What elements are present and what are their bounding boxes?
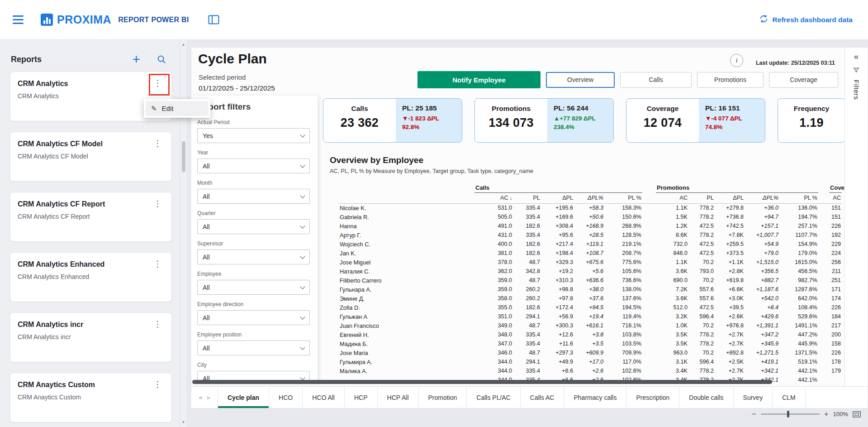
notify-employee-button[interactable]: Notify Employee <box>417 71 541 88</box>
column-header-calls-ac[interactable]: AC↓ <box>474 192 513 203</box>
table-cell: 260.2 <box>513 285 541 294</box>
table-row[interactable]: Jose Maria346.048.7+297.3+609.9709.9%963… <box>339 348 842 357</box>
column-spacer <box>642 230 656 240</box>
zoom-slider[interactable] <box>761 413 820 415</box>
table-cell: 344.0 <box>474 366 513 375</box>
sheet-nav-prev[interactable]: ◃ <box>199 394 202 401</box>
table-row[interactable]: Эмине Д.358.0260.2+97.8+37.6137.6%3.6K55… <box>339 294 842 303</box>
filter-dropdown[interactable]: All <box>197 249 310 264</box>
table-cell: +39.5 <box>715 303 745 312</box>
info-button[interactable]: i <box>730 54 743 67</box>
employee-name: Filiberto Carrero <box>339 276 474 285</box>
column-header-calls-pl[interactable]: ΔPL <box>541 192 574 203</box>
table-row[interactable]: Наталия С.362.0342.8+19.2+5.6105.6%3.6K7… <box>339 267 842 276</box>
table-row[interactable]: Гульжан А351.0294.1+56.9+19.4119.4%3.2K5… <box>339 312 842 321</box>
context-menu-item-edit[interactable]: ✎ Edit <box>146 101 209 116</box>
column-header-calls-pl[interactable]: PL <box>513 192 541 203</box>
filter-dropdown[interactable]: All <box>197 280 310 295</box>
report-card[interactable]: CRM Analytics CF ReportCRM Analytics CF … <box>10 192 172 242</box>
sheet-nav-next[interactable]: ▹ <box>208 394 211 401</box>
search-button[interactable] <box>157 54 166 64</box>
sheet-tab-prescription[interactable]: Prescription <box>626 387 679 408</box>
table-row[interactable]: Гульмира А.344.0294.1+49.9+17.0117.0%3.1… <box>339 357 842 366</box>
column-header-promotions-ac[interactable]: AC <box>656 192 688 203</box>
column-header-promotions-pl[interactable]: PL <box>688 192 715 203</box>
table-row[interactable]: Артур Г.431.0335.4+95.6+28.5128.5%8.6K77… <box>339 230 842 240</box>
sheet-tab-hcp-all[interactable]: HCP All <box>378 387 419 408</box>
view-tab-overview[interactable]: Overview <box>546 72 615 88</box>
report-card[interactable]: CRM Analytics CF ModelCRM Analytics CF M… <box>10 132 172 182</box>
view-tab-coverage[interactable]: Coverage <box>769 72 838 88</box>
scroll-up-button[interactable]: ▲ <box>180 43 186 47</box>
view-tab-promotions[interactable]: Promotions <box>697 72 764 88</box>
horizontal-scrollbar[interactable] <box>192 380 772 384</box>
report-menu-button[interactable]: ⋮ <box>150 257 165 270</box>
column-header-coverage-ac[interactable]: AC <box>829 192 842 203</box>
view-tab-calls[interactable]: Calls <box>620 72 692 88</box>
refresh-button[interactable]: Refresh dashboard data <box>759 14 853 25</box>
sheet-tab-promotion[interactable]: Promotion <box>419 387 467 408</box>
report-menu-button[interactable]: ⋮ <box>150 197 165 210</box>
menu-button[interactable] <box>13 15 24 24</box>
sheet-tab-calls-ac[interactable]: Calls AC <box>521 387 564 408</box>
table-cell: +108.7 <box>574 249 604 258</box>
scroll-down-button[interactable]: ▼ <box>180 420 186 424</box>
table-row[interactable]: Jan K.381.0182.6+198.4+108.7208.7%846.04… <box>339 249 842 258</box>
table-row[interactable]: Малика А.344.0335.4+8.6+2.6102.6%3.4K778… <box>339 366 842 375</box>
sidebar-scrollbar[interactable]: ▲ ▼ <box>180 40 186 427</box>
expand-filters-button[interactable]: « <box>854 52 859 61</box>
report-menu-button[interactable]: ⋮ <box>150 317 165 331</box>
sheet-tab-hco[interactable]: HCO <box>269 387 303 408</box>
report-menu-button[interactable]: ⋮ <box>150 137 165 150</box>
filter-dropdown[interactable]: All <box>197 189 310 204</box>
table-row[interactable]: Zofia D.355.0182.6+172.4+94.5194.5%512.0… <box>339 303 842 312</box>
filter-value: All <box>203 254 210 261</box>
column-header-calls-pl[interactable]: ΔPL% <box>574 192 604 203</box>
table-cell: +6.6K <box>715 285 745 294</box>
fit-to-page-button[interactable] <box>853 411 861 417</box>
table-row[interactable]: Wojciech C.400.0182.6+217.4+119.1219.1%7… <box>339 240 842 249</box>
table-row[interactable]: Filiberto Carrero359.048.7+310.3+636.673… <box>339 276 842 285</box>
report-card[interactable]: CRM Analytics EnhancedCRM Analytics Enha… <box>10 252 172 302</box>
table-row[interactable]: Juan Francisco349.048.7+300.3+616.1716.1… <box>339 321 842 330</box>
sheet-tab-hco-all[interactable]: HCO All <box>303 387 345 408</box>
table-cell: 351.0 <box>474 312 513 321</box>
table-cell: 151 <box>829 212 842 221</box>
report-card[interactable]: CRM Analytics incrCRM Analytics incr⋮ <box>10 312 172 362</box>
sheet-tab-clm[interactable]: CLM <box>773 387 806 408</box>
sheet-tab-survey[interactable]: Survey <box>734 387 773 408</box>
report-card[interactable]: CRM Anaytics CustomCRM Anaytics Custom⋮ <box>10 373 172 422</box>
filter-dropdown[interactable]: All <box>197 219 310 234</box>
table-row[interactable]: Jose Miguel378.048.7+329.3+675.6775.6%1.… <box>339 258 842 267</box>
sheet-tab-hcp[interactable]: HCP <box>345 387 378 408</box>
table-row[interactable]: Nicolae K.531.0335.4+195.6+58.3158.3%1.1… <box>339 203 842 212</box>
table-row[interactable]: Hanna491.0182.6+308.4+168.9268.9%1.2K472… <box>339 221 842 230</box>
table-row[interactable]: Gabriela R.505.0335.4+169.6+50.6150.6%1.… <box>339 212 842 221</box>
layout-toggle-button[interactable] <box>208 15 219 24</box>
column-header-promotions-pl[interactable]: ΔPL <box>715 192 745 203</box>
sheet-tab-cycle-plan[interactable]: Cycle plan <box>218 387 269 408</box>
filter-dropdown[interactable]: All <box>197 158 310 173</box>
sheet-tab-pharmacy-calls[interactable]: Pharmacy calls <box>564 387 626 408</box>
zoom-slider-handle[interactable] <box>787 411 789 417</box>
table-row[interactable]: Мадина Б.347.0335.4+11.6+3.5103.5%3.5K77… <box>339 339 842 348</box>
column-header-calls-pl[interactable]: PL % <box>604 192 642 203</box>
table-row[interactable]: Евгений Н.348.0335.4+12.6+3.8103.8%3.5K7… <box>339 330 842 339</box>
zoom-out-button[interactable]: − <box>752 410 756 418</box>
table-row[interactable]: Гульнара А.359.0260.2+98.8+38.0138.0%7.2… <box>339 285 842 294</box>
filter-dropdown[interactable]: All <box>197 310 310 325</box>
zoom-in-button[interactable]: + <box>824 410 829 418</box>
scrollbar-thumb[interactable] <box>182 141 185 172</box>
table-cell: 378.0 <box>474 258 513 267</box>
column-header-promotions-pl[interactable]: ΔPL% <box>745 192 779 203</box>
column-header-promotions-pl[interactable]: PL % <box>779 192 818 203</box>
table-cell: 472.5 <box>688 303 715 312</box>
filter-dropdown[interactable]: Yes <box>197 128 310 143</box>
report-menu-button[interactable]: ⋮ <box>150 378 165 391</box>
sheet-tab-double-calls[interactable]: Double calls <box>679 387 733 408</box>
add-report-button[interactable]: + <box>132 54 140 64</box>
column-spacer <box>642 294 656 303</box>
filter-dropdown[interactable]: All <box>197 341 310 355</box>
report-menu-button[interactable]: ⋮ <box>150 77 165 90</box>
sheet-tab-calls-pl-ac[interactable]: Calls PL/AC <box>467 387 520 408</box>
